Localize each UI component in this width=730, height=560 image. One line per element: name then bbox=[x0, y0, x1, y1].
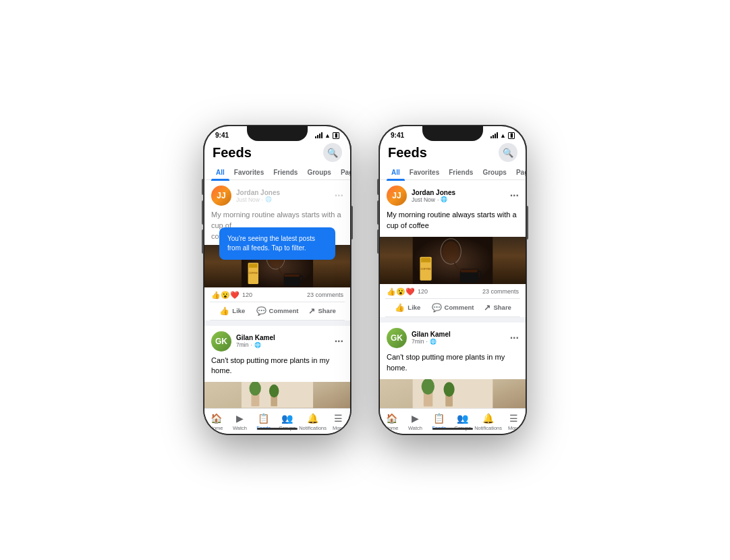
nav-watch-left[interactable]: ▶ Watch bbox=[228, 413, 252, 431]
post1-image-right: COFFEE bbox=[380, 237, 526, 284]
app-title-right: Feeds bbox=[388, 145, 427, 161]
side-button-power-r bbox=[527, 206, 528, 240]
nav-notifications-label-left: Notifications bbox=[299, 425, 327, 431]
nav-home-right[interactable]: 🏠 Home bbox=[380, 413, 403, 431]
svg-point-13 bbox=[269, 385, 279, 397]
tab-groups-right[interactable]: Groups bbox=[478, 165, 511, 179]
comments-count-left: 23 comments bbox=[307, 291, 343, 298]
post2-name-right: Gilan Kamel bbox=[412, 331, 451, 338]
post1-name-faded: Jordan Jones bbox=[236, 189, 280, 196]
feed-content-right: JJ Jordan Jones Just Now · 🌐 bbox=[380, 180, 526, 408]
post1-header-right: JJ Jordan Jones Just Now · 🌐 bbox=[380, 180, 526, 208]
side-button-vol-down-r bbox=[377, 229, 378, 254]
like-button-right[interactable]: 👍 Like bbox=[385, 299, 430, 316]
nav-home-label-left: Home bbox=[210, 425, 223, 431]
post1-time-right: Just Now bbox=[412, 196, 435, 203]
post2-author-right: GK Gilan Kamel 7min · 🌐 bbox=[387, 328, 451, 348]
post2-text-left: Can't stop putting more plants in my hom… bbox=[204, 354, 350, 383]
more-icon-right: ☰ bbox=[509, 413, 518, 424]
nav-notifications-right[interactable]: 🔔 Notifications bbox=[474, 413, 502, 431]
phone-right-wrapper: 9:41 ▲ ▮ Feeds 🔍 bbox=[378, 125, 527, 435]
nav-watch-label-left: Watch bbox=[233, 425, 247, 431]
plants-svg-right bbox=[380, 379, 526, 408]
nav-more-label-left: More bbox=[333, 425, 344, 431]
post1-avatar-right: JJ bbox=[387, 186, 407, 206]
search-button-left[interactable]: 🔍 bbox=[323, 143, 342, 162]
comment-label-right: Comment bbox=[445, 304, 474, 311]
nav-more-right[interactable]: ☰ More bbox=[502, 413, 526, 431]
post2-time-left: 7min bbox=[236, 341, 248, 348]
svg-text:COFFEE: COFFEE bbox=[248, 272, 258, 275]
search-button-right[interactable]: 🔍 bbox=[499, 143, 517, 162]
nav-home-label-right: Home bbox=[385, 425, 399, 431]
tooltip-bubble-left[interactable]: You're seeing the latest posts from all … bbox=[219, 227, 335, 260]
bottom-nav-left: 🏠 Home ▶ Watch 📋 Feeds 👥 Groups bbox=[204, 408, 350, 434]
post-divider-left bbox=[204, 320, 350, 326]
comment-button-right[interactable]: 💬 Comment bbox=[430, 299, 476, 316]
tab-favorites-left[interactable]: Favorites bbox=[229, 165, 269, 179]
side-button-mute-r bbox=[377, 179, 378, 195]
tab-friends-right[interactable]: Friends bbox=[444, 165, 478, 179]
post2-header-right: GK Gilan Kamel 7min · 🌐 bbox=[380, 323, 526, 351]
svg-point-22 bbox=[443, 241, 459, 261]
post2-globe-left: 🌐 bbox=[254, 342, 261, 348]
post1-header-left: JJ Jordan Jones Just Now · 🌐 ··· bbox=[204, 180, 350, 208]
post1-name-right: Jordan Jones bbox=[412, 189, 455, 196]
nav-notifications-left[interactable]: 🔔 Notifications bbox=[299, 413, 327, 431]
nav-more-left[interactable]: ☰ More bbox=[327, 413, 350, 431]
signal-icon-right bbox=[490, 132, 498, 138]
feed-content-left: JJ Jordan Jones Just Now · 🌐 ··· My morn… bbox=[204, 180, 350, 408]
home-indicator-left bbox=[257, 428, 298, 430]
tab-groups-left[interactable]: Groups bbox=[302, 165, 336, 179]
tab-pages-left[interactable]: Pages bbox=[336, 165, 350, 179]
status-time-right: 9:41 bbox=[391, 132, 404, 139]
nav-home-left[interactable]: 🏠 Home bbox=[204, 413, 228, 431]
comment-button-left[interactable]: 💬 Comment bbox=[255, 302, 300, 320]
share-button-left[interactable]: ↗ Share bbox=[300, 302, 345, 320]
phone-left: 9:41 ▲ ▮ Feeds 🔍 bbox=[203, 125, 352, 435]
status-time-left: 9:41 bbox=[215, 132, 229, 139]
share-icon-right: ↗ bbox=[484, 303, 490, 312]
post1-more-right[interactable]: ··· bbox=[510, 190, 519, 201]
wifi-icon-left: ▲ bbox=[325, 132, 331, 139]
tab-friends-left[interactable]: Friends bbox=[269, 165, 302, 179]
post2-more-right[interactable]: ··· bbox=[510, 333, 519, 343]
post2-avatar-left: GK bbox=[211, 331, 231, 352]
post2-time-right: 7min bbox=[412, 338, 424, 345]
app-header-right: Feeds 🔍 bbox=[380, 140, 526, 165]
signal-icon-left bbox=[315, 132, 322, 138]
post1-author-left: JJ Jordan Jones Just Now · 🌐 bbox=[211, 186, 280, 206]
status-icons-right: ▲ ▮ bbox=[490, 132, 515, 139]
share-label-right: Share bbox=[493, 304, 511, 311]
side-button-vol-up-r bbox=[377, 200, 378, 225]
tab-all-left[interactable]: All bbox=[211, 165, 229, 179]
tab-pages-right[interactable]: Pages bbox=[511, 165, 526, 179]
bell-icon-right: 🔔 bbox=[482, 413, 494, 424]
post2-author-left: GK Gilan Kamel 7min · 🌐 bbox=[211, 331, 275, 352]
side-button-power bbox=[352, 206, 353, 240]
reaction-emojis-left: 👍 😮 ❤️ bbox=[211, 291, 240, 300]
svg-rect-2 bbox=[249, 264, 258, 268]
like-icon-right: 👍 bbox=[395, 303, 405, 312]
tooltip-overlay-left: You're seeing the latest posts from all … bbox=[219, 227, 335, 260]
reactions-count-right: 120 bbox=[418, 288, 428, 295]
comment-icon-right: 💬 bbox=[432, 303, 442, 312]
share-button-right[interactable]: ↗ Share bbox=[475, 299, 520, 316]
phone-right-screen: 9:41 ▲ ▮ Feeds 🔍 bbox=[380, 126, 526, 434]
like-button-left[interactable]: 👍 Like bbox=[210, 302, 255, 320]
nav-watch-right[interactable]: ▶ Watch bbox=[403, 413, 427, 431]
post2-more-left[interactable]: ··· bbox=[335, 336, 343, 347]
svg-text:COFFEE: COFFEE bbox=[420, 267, 431, 270]
nav-more-label-right: More bbox=[508, 425, 520, 431]
post1-more-left[interactable]: ··· bbox=[335, 190, 343, 201]
tabs-right: All Favorites Friends Groups Pages bbox=[380, 165, 526, 180]
notch-left bbox=[247, 126, 308, 141]
tab-all-right[interactable]: All bbox=[387, 165, 405, 179]
watch-icon-left: ▶ bbox=[236, 413, 244, 424]
post2-avatar-right: GK bbox=[387, 328, 407, 348]
post2-image-right bbox=[380, 379, 526, 408]
reactions-bar-left: 👍 😮 ❤️ 120 23 comments bbox=[204, 287, 350, 302]
bell-icon-left: 🔔 bbox=[307, 413, 318, 424]
coffee-svg-right: COFFEE bbox=[380, 237, 526, 284]
tab-favorites-right[interactable]: Favorites bbox=[405, 165, 444, 179]
